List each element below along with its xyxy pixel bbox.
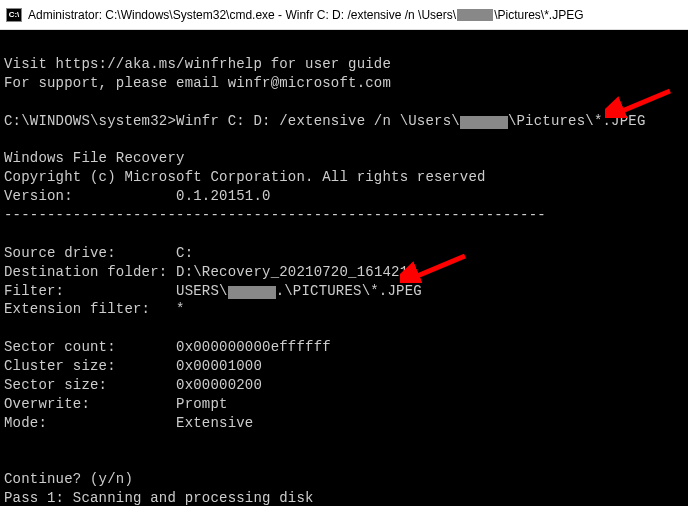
filter-before: USERS\ bbox=[176, 283, 228, 299]
terminal-output[interactable]: Visit https://aka.ms/winfrhelp for user … bbox=[0, 30, 688, 506]
help-line-2: For support, please email winfr@microsof… bbox=[4, 74, 684, 93]
titlebar-prefix: Administrator: C:\Windows\System32\cmd.e… bbox=[28, 8, 456, 22]
mode-value: Extensive bbox=[176, 415, 253, 431]
extfilter-value: * bbox=[176, 301, 185, 317]
cluster-size-label: Cluster size: bbox=[4, 358, 116, 374]
cluster-size-value: 0x00001000 bbox=[176, 358, 262, 374]
sector-size-label: Sector size: bbox=[4, 377, 107, 393]
redacted-username bbox=[457, 9, 493, 21]
prompt-line: C:\WINDOWS\system32>Winfr C: D: /extensi… bbox=[4, 112, 684, 131]
help-line-1: Visit https://aka.ms/winfrhelp for user … bbox=[4, 55, 684, 74]
extfilter-label: Extension filter: bbox=[4, 301, 150, 317]
separator: ----------------------------------------… bbox=[4, 206, 684, 225]
titlebar-suffix: \Pictures\*.JPEG bbox=[494, 8, 583, 22]
app-name: Windows File Recovery bbox=[4, 149, 684, 168]
redacted-username bbox=[460, 116, 508, 129]
filter-after: .\PICTURES\*.JPEG bbox=[276, 283, 422, 299]
version-value: 0.1.20151.0 bbox=[176, 188, 271, 204]
source-value: C: bbox=[176, 245, 193, 261]
cmd-after: \Pictures\*.JPEG bbox=[508, 113, 646, 129]
sector-size-value: 0x00000200 bbox=[176, 377, 262, 393]
overwrite-label: Overwrite: bbox=[4, 396, 90, 412]
sector-count-value: 0x000000000effffff bbox=[176, 339, 331, 355]
copyright: Copyright (c) Microsoft Corporation. All… bbox=[4, 168, 684, 187]
dest-value: D:\Recovery_20210720_161421 bbox=[176, 264, 408, 280]
sector-count-label: Sector count: bbox=[4, 339, 116, 355]
mode-label: Mode: bbox=[4, 415, 47, 431]
overwrite-value: Prompt bbox=[176, 396, 228, 412]
version-label: Version: bbox=[4, 188, 73, 204]
filter-label: Filter: bbox=[4, 283, 64, 299]
prompt: C:\WINDOWS\system32> bbox=[4, 113, 176, 129]
pass-line: Pass 1: Scanning and processing disk bbox=[4, 489, 684, 506]
cmd-icon: C:\ bbox=[6, 8, 22, 22]
source-label: Source drive: bbox=[4, 245, 116, 261]
redacted-username bbox=[228, 286, 276, 299]
continue-prompt: Continue? (y/n) bbox=[4, 470, 684, 489]
dest-label: Destination folder: bbox=[4, 264, 167, 280]
titlebar[interactable]: C:\ Administrator: C:\Windows\System32\c… bbox=[0, 0, 688, 30]
cmd-window: C:\ Administrator: C:\Windows\System32\c… bbox=[0, 0, 688, 506]
cmd-before: Winfr C: D: /extensive /n \Users\ bbox=[176, 113, 460, 129]
titlebar-text: Administrator: C:\Windows\System32\cmd.e… bbox=[28, 8, 584, 22]
